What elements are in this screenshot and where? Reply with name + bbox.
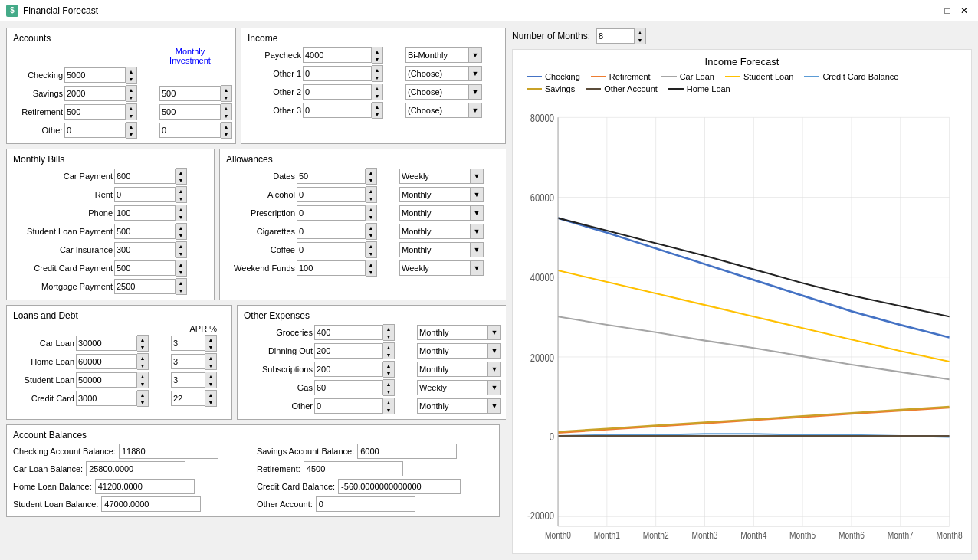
retirement-down[interactable]: ▼ [126,112,136,120]
coffee-input[interactable] [297,242,366,257]
other2-freq-input[interactable] [405,84,468,100]
savings-up[interactable]: ▲ [126,86,136,93]
weekend-funds-input[interactable] [297,260,366,276]
credit-card-apr-input[interactable] [171,391,205,406]
subscriptions-freq-input[interactable] [417,362,487,377]
dinning-out-input[interactable] [314,343,383,359]
ret-inv-up[interactable]: ▲ [221,104,231,112]
alcohol-input[interactable] [297,187,366,202]
dates-freq-input[interactable] [399,169,470,184]
ret-inv-down[interactable]: ▼ [221,112,231,120]
other-down[interactable]: ▼ [126,130,136,138]
retirement-investment-input[interactable] [159,104,221,120]
paycheck-down[interactable]: ▼ [372,55,382,63]
chart-legend: Checking Retirement Car Loan Student Loa… [519,72,965,93]
retirement-up[interactable]: ▲ [126,104,136,112]
other1-up[interactable]: ▲ [372,66,382,74]
prescription-input[interactable] [297,205,366,221]
checking-up[interactable]: ▲ [126,67,136,75]
other1-freq-input[interactable] [405,66,468,81]
other-account-balance-input[interactable] [316,496,415,512]
home-loan-balance-input[interactable] [95,479,195,494]
retirement-legend-line [591,76,606,77]
num-months-input[interactable] [596,28,635,44]
other3-down[interactable]: ▼ [372,110,382,118]
other-exp-input[interactable] [314,398,383,414]
credit-card-input[interactable] [76,391,137,406]
other3-up[interactable]: ▲ [372,103,382,110]
student-loan-apr-input[interactable] [171,372,205,388]
other2-up[interactable]: ▲ [372,84,382,92]
num-months-down[interactable]: ▼ [635,36,645,44]
home-loan-balance-label: Home Loan Balance: [13,482,92,491]
other1-value-input[interactable] [303,66,372,81]
home-loan-apr-input[interactable] [171,354,205,369]
other3-value-input[interactable] [303,103,372,118]
credit-card-payment-input[interactable] [114,260,176,276]
other-exp-freq-input[interactable] [417,398,487,414]
other-inv-down[interactable]: ▼ [221,130,231,138]
car-loan-input[interactable] [76,336,137,351]
other-investment-input[interactable] [159,123,221,138]
gas-freq-input[interactable] [417,380,487,395]
car-insurance-input[interactable] [114,242,176,257]
checking-down[interactable]: ▼ [126,75,136,83]
prescription-freq-input[interactable] [399,205,470,221]
gas-input[interactable] [314,380,383,395]
savings-inv-down[interactable]: ▼ [221,93,231,101]
other3-freq-btn[interactable]: ▼ [468,103,482,118]
svg-text:Month0: Month0 [545,529,571,542]
checking-value-spinner[interactable]: ▲▼ [64,67,141,84]
car-loan-balance-input[interactable] [86,461,185,476]
svg-text:Month2: Month2 [643,529,669,542]
other2-value-input[interactable] [303,84,372,100]
student-loan-payment-input[interactable] [114,224,176,239]
savings-investment-input[interactable] [159,86,221,101]
savings-inv-up[interactable]: ▲ [221,86,231,93]
cigarettes-freq-input[interactable] [399,224,470,239]
weekend-funds-freq-input[interactable] [399,260,470,276]
rent-input[interactable] [114,187,176,202]
minimize-button[interactable]: — [923,3,938,18]
other1-freq-btn[interactable]: ▼ [468,66,482,81]
paycheck-freq-btn[interactable]: ▼ [468,47,482,63]
other3-freq-input[interactable] [405,103,468,118]
subscriptions-input[interactable] [314,362,383,377]
retirement-balance-input[interactable] [304,461,403,476]
home-loan-input[interactable] [76,354,137,369]
paycheck-freq-input[interactable] [405,47,468,63]
student-loan-input[interactable] [76,372,137,388]
num-months-spinner[interactable]: ▲▼ [596,28,646,44]
other-value-input[interactable] [64,123,126,138]
num-months-up[interactable]: ▲ [635,28,645,36]
dinning-out-freq-input[interactable] [417,343,487,359]
student-loan-balance-input[interactable] [101,496,201,512]
savings-balance-input[interactable] [357,444,457,459]
car-payment-input[interactable] [114,169,176,184]
phone-input[interactable] [114,205,176,221]
checking-balance-input[interactable] [119,444,218,459]
savings-value-input[interactable] [64,86,126,101]
other2-freq-btn[interactable]: ▼ [468,84,482,100]
checking-value-input[interactable] [64,67,126,83]
cigarettes-input[interactable] [297,224,366,239]
groceries-input[interactable] [314,325,383,340]
other2-down[interactable]: ▼ [372,92,382,100]
dates-input[interactable] [297,169,366,184]
alcohol-freq-input[interactable] [399,187,470,202]
close-button[interactable]: ✕ [957,3,972,18]
coffee-freq-input[interactable] [399,242,470,257]
other-up[interactable]: ▲ [126,123,136,130]
other1-down[interactable]: ▼ [372,74,382,81]
groceries-freq-input[interactable] [417,325,487,340]
paycheck-up[interactable]: ▲ [372,47,382,55]
car-loan-apr-input[interactable] [171,336,205,351]
mortgage-payment-input[interactable] [114,279,176,294]
savings-down[interactable]: ▼ [126,93,136,101]
credit-card-balance-input[interactable] [338,479,461,494]
income-title: Income [248,33,499,44]
maximize-button[interactable]: □ [940,3,955,18]
other-inv-up[interactable]: ▲ [221,123,231,130]
paycheck-value-input[interactable] [303,47,372,63]
retirement-value-input[interactable] [64,104,126,120]
